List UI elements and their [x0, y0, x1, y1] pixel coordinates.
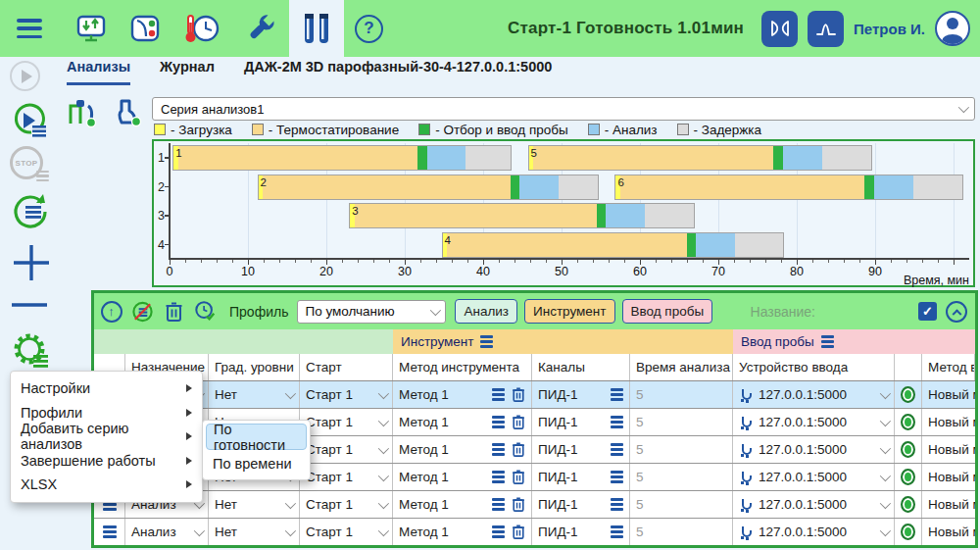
start-select[interactable]: Старт 1 [300, 436, 393, 463]
start-select[interactable]: Старт 1 [300, 381, 393, 408]
tab-device[interactable]: ДАЖ-2М 3D парофазный-30-4-127.0.0.1:5000 [244, 59, 552, 82]
channels-menu-icon[interactable] [611, 443, 623, 456]
channels-menu-icon[interactable] [611, 388, 623, 401]
input-device-select[interactable]: 127.0.0.1:5000 [733, 436, 895, 463]
channels-menu-icon[interactable] [611, 498, 623, 511]
trash-icon[interactable] [512, 414, 525, 430]
grad-levels-select[interactable]: Нет [209, 381, 300, 408]
channels-cell[interactable]: ПИД-1 [532, 519, 630, 545]
input-method-cell[interactable]: Новый ме [922, 519, 975, 545]
delete-button[interactable] [163, 300, 185, 323]
thermostat-clock-button[interactable] [172, 0, 232, 57]
start-select[interactable]: Старт 1 [300, 519, 393, 545]
filter-button-analysis[interactable]: Анализ [455, 299, 517, 324]
gantt-bar[interactable]: 5 [528, 145, 872, 171]
trash-icon[interactable] [512, 441, 525, 458]
method-menu-icon[interactable] [492, 416, 505, 428]
start-series-button[interactable] [10, 101, 49, 140]
menu-item-4[interactable]: XLSX [11, 473, 202, 497]
start-select[interactable]: Старт 1 [300, 491, 393, 518]
valve-membrane-button[interactable] [761, 11, 798, 47]
method-menu-icon[interactable] [492, 443, 505, 456]
instrument-method-cell[interactable]: Метод 1 [393, 381, 532, 408]
valve-scheme-button[interactable] [119, 0, 172, 57]
wrench-settings-button[interactable] [232, 0, 289, 57]
method-menu-icon[interactable] [492, 498, 505, 511]
instrument-method-cell[interactable]: Метод 1 [393, 464, 532, 490]
edit-disabled-button[interactable] [131, 300, 154, 323]
tab-analyses[interactable]: Анализы [67, 59, 130, 85]
method-menu-icon[interactable] [492, 388, 505, 401]
row-drag-handle-icon[interactable] [103, 525, 117, 538]
channels-menu-icon[interactable] [611, 471, 623, 483]
input-device-select[interactable]: 127.0.0.1:5000 [733, 519, 895, 545]
filter-button-instrument[interactable]: Инструмент [524, 299, 614, 324]
gantt-bar[interactable]: 1 [172, 145, 512, 171]
trash-icon[interactable] [512, 524, 525, 540]
input-device-select[interactable]: 127.0.0.1:5000 [733, 381, 895, 408]
trash-icon[interactable] [512, 496, 525, 513]
settings-gear-button[interactable] [10, 328, 53, 372]
instrument-method-cell[interactable]: Метод 1 [393, 491, 532, 518]
injector-status-icon[interactable] [112, 96, 145, 129]
menu-item-0[interactable]: Настройки [11, 376, 202, 401]
table-row[interactable]: АнализНетСтарт 1Метод 1ПИД-15127.0.0.1:5… [94, 491, 975, 519]
input-device-select[interactable]: 127.0.0.1:5000 [733, 491, 895, 518]
channels-cell[interactable]: ПИД-1 [532, 464, 630, 490]
channels-cell[interactable]: ПИД-1 [532, 381, 630, 408]
input-method-cell[interactable]: Новый ме [922, 381, 975, 408]
user-name[interactable]: Петров И. [854, 21, 925, 37]
menu-handle-icon[interactable] [480, 335, 493, 348]
start-select[interactable]: Старт 1 [300, 409, 393, 435]
submenu-item-1[interactable]: По времени [206, 450, 307, 476]
grad-levels-select[interactable]: Нет [209, 491, 300, 518]
transfer-monitor-button[interactable] [64, 0, 119, 57]
trash-icon[interactable] [512, 469, 525, 485]
show-all-checkbox[interactable]: ✓ [918, 302, 937, 321]
gantt-bar[interactable]: 2 [258, 175, 600, 200]
input-method-cell[interactable]: Новый ме [922, 464, 975, 490]
move-up-button[interactable]: ↑ [100, 300, 122, 323]
help-button[interactable]: ? [344, 0, 394, 57]
input-method-cell[interactable]: Новый ме [922, 436, 975, 463]
collapse-table-button[interactable] [946, 301, 967, 323]
restart-series-button[interactable] [10, 190, 51, 231]
schedule-check-button[interactable] [194, 300, 217, 323]
table-row[interactable]: АнализНетСтарт 1Метод 1ПИД-15127.0.0.1:5… [94, 381, 975, 409]
start-select[interactable]: Старт 1 [300, 464, 393, 490]
channels-cell[interactable]: ПИД-1 [532, 491, 630, 518]
chromatogram-button[interactable] [808, 11, 844, 47]
method-menu-icon[interactable] [492, 471, 505, 483]
channels-menu-icon[interactable] [611, 416, 623, 428]
menu-item-2[interactable]: Добавить серию анализов [11, 425, 202, 449]
profile-select[interactable]: По умолчанию [297, 300, 446, 324]
filter-button-sample-input[interactable]: Ввод пробы [622, 299, 713, 324]
instrument-method-cell[interactable]: Метод 1 [393, 436, 532, 463]
input-method-cell[interactable]: Новый ме [922, 409, 975, 435]
gantt-bar[interactable]: 3 [349, 203, 695, 228]
channels-menu-icon[interactable] [611, 525, 623, 538]
remove-row-button[interactable] [10, 300, 49, 310]
method-menu-icon[interactable] [492, 525, 505, 538]
input-device-select[interactable]: 127.0.0.1:5000 [733, 464, 895, 490]
input-device-select[interactable]: 127.0.0.1:5000 [733, 409, 895, 435]
input-method-cell[interactable]: Новый ме [922, 491, 975, 518]
purpose-select[interactable]: Анализ [125, 519, 209, 545]
instrument-method-cell[interactable]: Метод 1 [393, 519, 532, 545]
series-select[interactable]: Серия анализов1 [152, 97, 975, 121]
instrument-method-cell[interactable]: Метод 1 [393, 409, 532, 435]
submenu-item-0[interactable]: По готовности [206, 424, 307, 450]
trash-icon[interactable] [512, 386, 525, 403]
menu-hamburger-icon[interactable] [17, 19, 42, 38]
avatar[interactable] [935, 11, 970, 46]
tab-journal[interactable]: Журнал [160, 59, 215, 82]
menu-handle-icon[interactable] [821, 335, 834, 348]
channels-cell[interactable]: ПИД-1 [532, 409, 630, 435]
autosampler-status-icon[interactable] [65, 96, 100, 129]
row-handle-cell[interactable] [94, 519, 125, 545]
channels-cell[interactable]: ПИД-1 [532, 436, 630, 463]
gantt-bar[interactable]: 4 [442, 232, 785, 258]
table-row[interactable]: АнализНетСтарт 1Метод 1ПИД-15127.0.0.1:5… [94, 519, 975, 545]
add-row-button[interactable] [10, 241, 53, 284]
samples-tubes-tab-active[interactable] [289, 0, 344, 57]
